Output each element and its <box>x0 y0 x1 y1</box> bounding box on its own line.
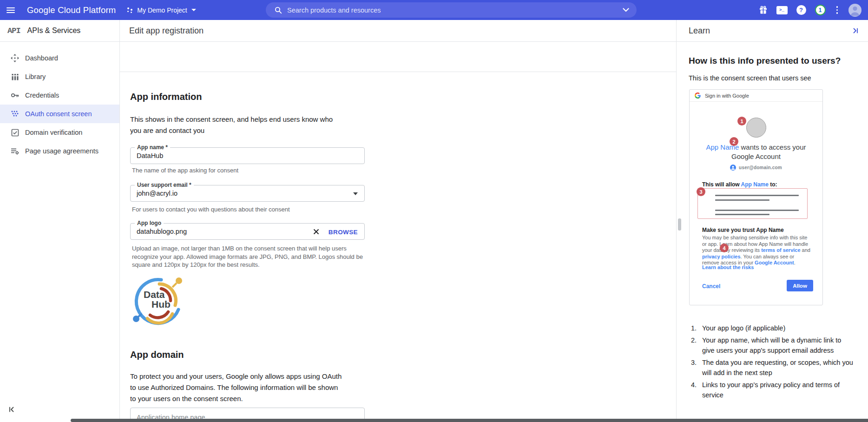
consent-screen-preview: Sign in with Google 1 2 App Name wants t… <box>689 89 823 305</box>
user-avatar-icon <box>730 165 736 171</box>
sidebar-item-page-usage-agreements[interactable]: Page usage agreements <box>0 142 119 160</box>
search-input[interactable] <box>287 7 614 14</box>
trust-paragraph: You may be sharing sensitive info with t… <box>702 235 812 266</box>
project-icon <box>127 7 133 14</box>
callout-badge-2: 2 <box>730 137 738 146</box>
legend-item: 3.The data you are requesting, or scopes… <box>691 357 855 378</box>
callout-badge-1: 1 <box>737 117 746 125</box>
terms-of-service-link[interactable]: terms of service <box>761 247 800 253</box>
checkbox-check-icon <box>11 128 19 137</box>
sidebar-item-label: Library <box>25 73 46 80</box>
gift-icon[interactable] <box>759 6 768 14</box>
sidebar-item-label: Dashboard <box>25 54 58 62</box>
app-information-heading: App information <box>130 92 202 102</box>
sidebar-header: API APIs & Services <box>0 20 119 42</box>
sidebar-item-dashboard[interactable]: Dashboard <box>0 49 119 67</box>
legend-item: 1.Your app logo (if applicable) <box>691 323 855 334</box>
sidebar-item-label: Credentials <box>25 92 59 99</box>
sidebar-title: APIs & Services <box>27 26 81 35</box>
stepper: 1 OAuth consent screen 2 Scopes 3 Summar… <box>120 42 676 72</box>
panel-divider <box>676 20 677 422</box>
app-logo-preview: Data Hub <box>132 272 184 330</box>
app-logo-field[interactable]: App logo BROWSE <box>130 223 365 240</box>
cancel-button[interactable]: Cancel <box>702 283 720 290</box>
consent-title: App Name wants to access your Google Acc… <box>701 143 811 161</box>
learn-heading: How is this info presented to users? <box>689 56 841 66</box>
app-logo-filename-input[interactable] <box>131 224 293 239</box>
app-information-description: This shows in the consent screen, and he… <box>130 114 338 136</box>
consent-header-text: Sign in with Google <box>705 93 749 99</box>
sidebar-item-library[interactable]: Library <box>0 67 119 86</box>
search-expand-chevron-icon[interactable] <box>623 8 629 12</box>
topbar-actions: >_ ? 1 <box>759 0 862 20</box>
support-email-field[interactable]: User support email * <box>130 185 365 202</box>
sidebar-item-oauth-consent-screen[interactable]: OAuth consent screen <box>0 105 119 123</box>
sidebar-nav: Dashboard Library <box>0 49 119 160</box>
legend-item: 4.Links to your app's privacy policy and… <box>691 380 855 401</box>
learn-titlebar: Learn <box>677 20 868 42</box>
sidebar-item-credentials[interactable]: Credentials <box>0 86 119 105</box>
google-g-icon <box>695 92 701 99</box>
cloud-shell-icon[interactable]: >_ <box>776 6 788 14</box>
top-app-bar: Google Cloud Platform My Demo Project <box>0 0 868 20</box>
search-bar[interactable] <box>266 2 637 18</box>
logo-word-hub: Hub <box>151 299 171 310</box>
clear-logo-icon[interactable] <box>313 228 320 237</box>
page-title: Edit app registration <box>129 26 204 36</box>
app-domain-heading: App domain <box>130 349 184 360</box>
horizontal-scrollbar[interactable] <box>71 419 868 422</box>
sidebar: API APIs & Services Dashboard <box>0 20 120 422</box>
sidebar-item-domain-verification[interactable]: Domain verification <box>0 123 119 142</box>
project-name: My Demo Project <box>137 7 187 14</box>
logo-word-data: Data <box>144 289 165 300</box>
list-gear-icon <box>11 147 19 155</box>
more-options-icon[interactable] <box>835 6 840 14</box>
learn-title: Learn <box>689 26 710 36</box>
vertical-scrollbar[interactable] <box>678 218 681 231</box>
app-name-input[interactable] <box>131 148 364 164</box>
help-icon[interactable]: ? <box>796 5 806 15</box>
app-logo-placeholder <box>746 118 766 138</box>
scope-line <box>715 199 769 201</box>
consent-preview-header: Sign in with Google <box>690 90 822 102</box>
support-email-helper: For users to contact you with questions … <box>132 205 290 214</box>
privacy-policies-link[interactable]: privacy policies <box>702 254 741 259</box>
learn-panel: Learn How is this info presented to user… <box>677 20 868 422</box>
chevron-down-icon <box>191 9 196 11</box>
consent-user-email: user@domain.com <box>739 165 782 170</box>
sidebar-item-label: OAuth consent screen <box>25 110 92 118</box>
legend-item: 2.Your app name, which will be a dynamic… <box>691 335 855 356</box>
google-account-link[interactable]: Google Account <box>755 260 794 265</box>
gcp-console: Google Cloud Platform My Demo Project <box>0 0 868 422</box>
library-icon <box>11 73 19 81</box>
sidebar-item-label: Domain verification <box>25 129 82 136</box>
app-logo-helper: Upload an image, not larger than 1MB on … <box>132 244 365 269</box>
scope-line <box>715 210 799 211</box>
scope-line <box>715 195 799 196</box>
collapse-learn-panel-icon[interactable] <box>852 27 859 34</box>
consent-legend-list: 1.Your app logo (if applicable) 2.Your a… <box>691 323 855 402</box>
consent-allow-heading: This will allow App Name to: <box>702 181 777 188</box>
collapse-sidebar-icon[interactable] <box>8 406 15 415</box>
account-avatar[interactable] <box>848 4 861 17</box>
callout-badge-4: 4 <box>720 244 729 252</box>
dashboard-icon <box>11 54 19 62</box>
app-name-helper: The name of the app asking for consent <box>132 166 238 175</box>
page-titlebar: Edit app registration <box>120 20 676 42</box>
support-email-select[interactable] <box>131 185 364 201</box>
notifications-badge[interactable]: 1 <box>815 5 826 15</box>
sidebar-item-label: Page usage agreements <box>25 147 99 155</box>
browse-button[interactable]: BROWSE <box>327 228 360 237</box>
form-content: App information This shows in the consen… <box>120 72 676 422</box>
app-name-field[interactable]: App name * <box>130 147 365 164</box>
key-icon <box>11 91 19 99</box>
hamburger-menu-icon[interactable] <box>0 0 21 20</box>
learn-about-risks-link[interactable]: Learn about the risks <box>702 264 754 270</box>
oauth-consent-icon <box>11 110 19 118</box>
gcp-logo[interactable]: Google Cloud Platform <box>27 5 116 15</box>
trust-heading: Make sure you trust App Name <box>702 227 784 233</box>
allow-button[interactable]: Allow <box>787 280 813 291</box>
project-selector[interactable]: My Demo Project <box>127 7 196 14</box>
api-product-icon: API <box>7 26 20 35</box>
learn-subheading: This is the consent screen that users se… <box>689 74 811 82</box>
